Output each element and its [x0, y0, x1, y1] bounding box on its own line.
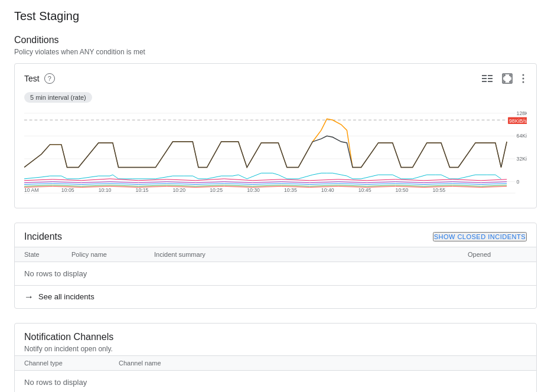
svg-text:10:10: 10:10: [99, 187, 112, 193]
svg-text:10:15: 10:15: [136, 187, 149, 193]
svg-text:10:45: 10:45: [358, 187, 371, 193]
incidents-table-header: State Policy name Incident summary Opene…: [15, 247, 536, 262]
incidents-title: Incidents: [24, 231, 62, 242]
notif-col-name: Channel name: [119, 360, 527, 367]
svg-text:32KiB/s: 32KiB/s: [517, 156, 527, 162]
svg-text:0: 0: [517, 179, 520, 185]
expand-icon[interactable]: [500, 71, 515, 86]
notification-channels-header: Notification Channels Notify on incident…: [15, 324, 536, 355]
incidents-col-policy: Policy name: [71, 251, 154, 258]
conditions-title: Conditions: [14, 35, 537, 45]
svg-rect-1: [482, 78, 487, 79]
conditions-card-header: Test ?: [24, 71, 527, 86]
svg-text:10:25: 10:25: [210, 187, 223, 193]
notification-table-header: Channel type Channel name: [15, 355, 536, 371]
svg-rect-5: [488, 81, 493, 82]
incidents-empty-row: No rows to display: [15, 262, 536, 286]
help-icon[interactable]: ?: [44, 73, 55, 84]
chart-svg: 128KiB/s 64KiB/s 32KiB/s 0 98KiB/s 10 AM…: [24, 107, 527, 199]
svg-point-9: [523, 81, 524, 83]
conditions-section: Conditions Policy violates when ANY cond…: [14, 35, 537, 208]
svg-rect-4: [488, 78, 493, 79]
notification-channels-section: Notification Channels Notify on incident…: [14, 323, 537, 392]
svg-text:10:30: 10:30: [247, 187, 260, 193]
incidents-section: Incidents SHOW CLOSED INCIDENTS State Po…: [14, 223, 537, 309]
interval-badge[interactable]: 5 min interval (rate): [24, 92, 92, 103]
svg-text:10:20: 10:20: [172, 187, 185, 193]
incidents-col-state: State: [24, 251, 71, 258]
show-closed-incidents-button[interactable]: SHOW CLOSED INCIDENTS: [433, 232, 527, 241]
notification-empty-row: No rows to display: [15, 371, 536, 392]
notification-channels-title: Notification Channels: [24, 332, 527, 342]
svg-text:64KiB/s: 64KiB/s: [517, 133, 527, 139]
incidents-col-summary: Incident summary: [154, 251, 468, 258]
see-all-incidents-row[interactable]: → See all incidents: [15, 286, 536, 308]
svg-point-7: [523, 74, 524, 76]
svg-rect-0: [482, 75, 487, 76]
svg-rect-3: [488, 75, 493, 76]
more-options-icon[interactable]: [520, 71, 527, 86]
svg-text:98KiB/s: 98KiB/s: [509, 118, 527, 124]
svg-text:10:50: 10:50: [396, 187, 409, 193]
arrow-right-icon: →: [24, 292, 34, 302]
legend-icon[interactable]: [480, 72, 495, 85]
see-all-incidents-label: See all incidents: [38, 292, 94, 301]
conditions-subtitle: Policy violates when ANY condition is me…: [14, 48, 537, 56]
notification-channels-subtitle: Notify on incident open only.: [24, 345, 527, 353]
svg-text:10 AM: 10 AM: [24, 187, 39, 193]
svg-point-8: [523, 78, 524, 80]
condition-name: Test: [24, 74, 40, 83]
svg-text:10:05: 10:05: [61, 187, 74, 193]
notif-col-type: Channel type: [24, 360, 119, 367]
chart-area: 128KiB/s 64KiB/s 32KiB/s 0 98KiB/s 10 AM…: [24, 107, 527, 201]
svg-text:128KiB/s: 128KiB/s: [517, 110, 527, 116]
svg-text:10:40: 10:40: [321, 187, 334, 193]
svg-text:10:55: 10:55: [432, 187, 445, 193]
conditions-card: Test ?: [14, 63, 537, 208]
page-title: Test Staging: [14, 9, 537, 23]
incidents-col-opened: Opened: [468, 251, 527, 258]
svg-rect-2: [482, 81, 487, 82]
svg-text:10:35: 10:35: [284, 187, 297, 193]
incidents-header: Incidents SHOW CLOSED INCIDENTS: [15, 223, 536, 247]
